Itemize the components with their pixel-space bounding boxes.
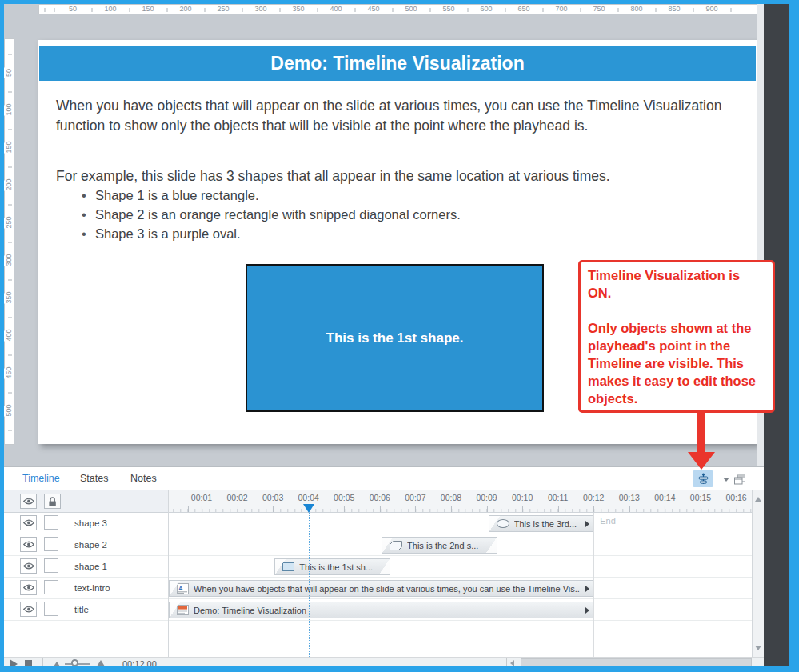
timeline-ruler[interactable]: 00:01 00:02 00:03 00:04 00:05 00:06 00:0… [168,490,752,513]
row-name[interactable]: shape 3 [74,513,107,534]
ruler-label: 500 [4,406,14,417]
timeline-bar-shape2[interactable]: This is the 2nd s... [382,537,497,554]
slide-paragraph-example[interactable]: For example, this slide has 3 shapes tha… [56,166,741,186]
timeline-visualization-button[interactable] [693,470,713,487]
timeline-bar-text-intro[interactable]: A When you have objects that will appear… [169,580,593,597]
lock-checkbox[interactable] [44,515,58,530]
tab-states[interactable]: States [80,467,108,490]
ruler-label: 100 [102,5,118,14]
timeline-vertical-scrollbar[interactable] [752,490,764,657]
ruler-label: 300 [4,256,14,266]
time-label: 00:16 [725,493,746,502]
annotation-arrow [697,411,705,455]
zoom-out-icon[interactable] [54,662,60,666]
timeline-bar-shape1[interactable]: This is the 1st sh... [274,558,390,575]
shape-1-label: This is the 1st shape. [326,330,464,346]
row-name[interactable]: title [74,599,89,620]
lock-checkbox[interactable] [44,558,58,573]
slide-end-line [593,513,594,657]
show-hide-all-button[interactable] [20,494,37,509]
play-button[interactable] [10,659,18,669]
bullet-item: • Shape 2 is an orange rectangle with sn… [78,205,733,224]
bar-label: When you have objects that will appear o… [194,584,580,594]
time-label: 00:05 [334,493,354,502]
scroll-down-icon[interactable] [755,646,761,650]
row-name[interactable]: shape 2 [74,534,107,555]
scroll-left-icon[interactable] [510,660,514,666]
visibility-toggle[interactable] [20,515,37,530]
timeline-row-shape2: shape 2 This is the 2nd s... [4,534,752,556]
ruler-label: 900 [704,5,719,14]
ruler-label: 650 [516,5,531,14]
callout-line-1: Timeline Visualization is ON. [588,266,765,302]
time-label: 00:14 [654,493,675,502]
eye-icon [23,519,34,526]
time-label: 00:13 [619,493,640,502]
horizontal-ruler: 50 100 150 200 250 300 350 400 450 500 5… [38,4,764,14]
scroll-up-icon[interactable] [755,497,761,502]
timeline-panel: Timeline States Notes [4,466,764,666]
stop-button[interactable] [25,660,32,667]
visibility-toggle[interactable] [20,537,37,552]
ruler-label: 600 [478,5,493,14]
zoom-slider-knob[interactable] [71,659,78,666]
slide-title: Demo: Timeline Visualization [270,53,524,74]
visibility-toggle[interactable] [20,580,37,595]
text-block-icon: A [177,583,189,594]
time-label: 00:09 [476,493,497,502]
timeline-bar-title[interactable]: Demo: Timeline Visualization [169,602,593,618]
ruler-label: 200 [4,181,14,191]
zoom-in-icon[interactable] [97,660,105,666]
slide-bullet-list[interactable]: • Shape 1 is a blue rectangle. • Shape 2… [78,186,733,243]
slide-title-bar[interactable]: Demo: Timeline Visualization [39,46,756,81]
lock-all-button[interactable] [44,494,61,509]
end-label: End [600,516,616,526]
eye-icon [23,562,34,570]
annotation-callout[interactable]: Timeline Visualization is ON. Only objec… [578,260,775,413]
ruler-label: 250 [215,5,230,14]
eye-icon [23,606,34,613]
callout-line-2: Only objects shown at the playhead's poi… [588,319,765,407]
timeline-bar-shape3[interactable]: This is the 3rd... [489,515,593,532]
timeline-body: 00:01 00:02 00:03 00:04 00:05 00:06 00:0… [4,490,764,666]
lock-checkbox[interactable] [44,537,58,551]
ruler-label: 300 [253,5,268,14]
ruler-label: 50 [67,5,78,14]
ruler-label: 850 [666,5,681,14]
vertical-ruler: 50 100 150 200 250 300 350 400 450 500 [4,38,14,445]
tab-notes[interactable]: Notes [130,467,157,490]
time-display: 00:12.00 [122,659,157,669]
bar-label: Demo: Timeline Visualization [194,606,306,615]
row-name[interactable]: shape 1 [74,556,107,577]
lock-checkbox[interactable] [44,580,58,594]
slide-paragraph-intro[interactable]: When you have objects that will appear o… [56,96,741,136]
divider [506,658,507,667]
panel-window-icon[interactable] [734,474,745,488]
eye-icon [23,498,34,505]
lock-checkbox[interactable] [44,602,58,616]
bullet-text: Shape 3 is a purple oval. [95,224,241,243]
rect-icon [282,562,294,571]
time-label: 00:08 [441,493,461,502]
ruler-label: 400 [4,331,14,342]
ruler-label: 700 [553,5,569,14]
timeline-row-shape1: shape 1 This is the 1st sh... [4,556,752,578]
chevron-down-icon[interactable] [723,478,729,482]
visibility-toggle[interactable] [20,602,37,617]
shape-1-rectangle[interactable]: This is the 1st shape. [246,264,544,412]
timeline-header-left [4,490,168,513]
ruler-label: 450 [4,369,14,379]
bullet-dot: • [78,205,90,224]
visibility-toggle[interactable] [20,558,37,574]
ruler-label: 350 [290,5,306,14]
bar-label: This is the 3rd... [514,519,577,529]
timeline-horizontal-scrollbar[interactable] [521,658,752,667]
tab-timeline[interactable]: Timeline [22,467,60,490]
playhead-handle[interactable] [303,504,314,513]
ruler-label: 350 [4,294,14,304]
row-name[interactable]: text-intro [74,578,110,598]
extend-to-end-icon [585,586,589,592]
column-divider [168,490,169,657]
ruler-label: 400 [328,5,343,14]
bar-label: This is the 2nd s... [407,541,478,550]
